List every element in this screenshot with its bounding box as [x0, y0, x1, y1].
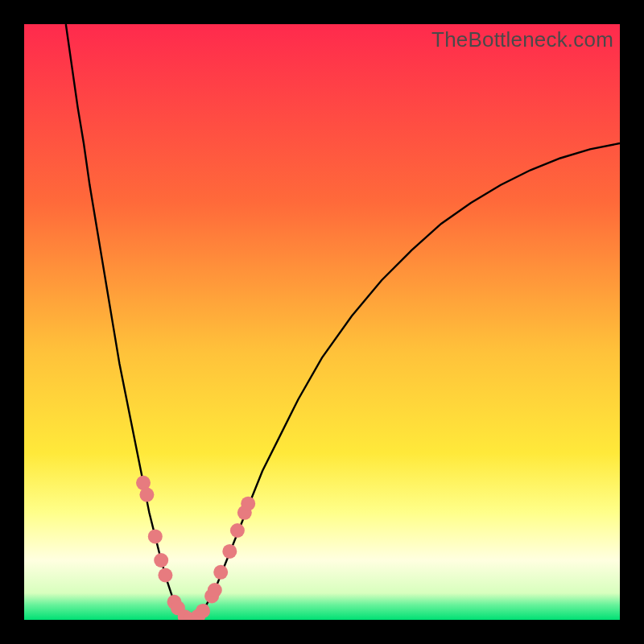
bottleneck-curve [66, 24, 620, 620]
data-marker [148, 529, 163, 543]
data-marker [158, 568, 172, 583]
data-marker [208, 583, 222, 597]
watermark-text: TheBottleneck.com [431, 27, 613, 52]
plot-area: TheBottleneck.com [24, 24, 620, 620]
outer-frame: TheBottleneck.com [0, 0, 644, 644]
data-marker [230, 523, 245, 538]
data-marker [213, 565, 228, 580]
marker-group [136, 476, 255, 620]
data-marker [196, 604, 210, 618]
data-marker [154, 553, 168, 568]
chart-svg [24, 24, 620, 620]
data-marker [222, 544, 237, 559]
data-marker [241, 497, 255, 511]
data-marker [139, 488, 154, 502]
